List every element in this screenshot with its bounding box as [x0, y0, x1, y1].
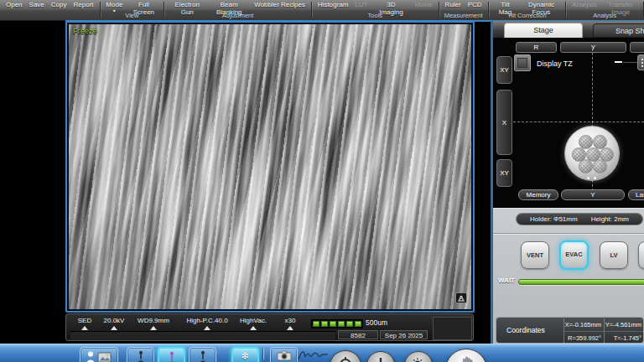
display-tz-checkbox[interactable]	[514, 54, 531, 71]
toolbar-group-label-adjustment: Adjustment	[164, 12, 311, 19]
stage-tool-button-3[interactable]	[189, 347, 216, 362]
stage-side-button-x[interactable]: X	[496, 90, 512, 155]
taskbar-separator	[263, 349, 264, 359]
stage-tool-button-1[interactable]	[127, 347, 154, 362]
ribbon-toolbar: Open Save Copy Report Mode ▾ Full Screen…	[0, 0, 644, 21]
stage-marker-dot	[587, 177, 589, 179]
toolbar-group-tools: Histogram LUT 3D Imaging Movie Tools	[312, 0, 439, 20]
coordinates-panel: Coordinates X=-0.165mm Y=-4.561mm R=359.…	[496, 317, 644, 344]
marker-triangle-icon[interactable]	[287, 326, 293, 330]
toolbar-group-label-tilt-correction: Tilt Correction	[488, 12, 565, 19]
toolbar-button-open[interactable]: Open	[6, 2, 23, 9]
stage-control-panel: Stage Snap Shot R Y P XY X XY Display TZ	[491, 21, 644, 362]
operator-photo-button[interactable]	[80, 347, 118, 362]
toolbar-group-tilt-correction: Tilt Mag Dynamic Focus Tilt Correction	[488, 0, 565, 20]
sem-micrograph: Freeze	[69, 24, 471, 309]
y-bottom-button[interactable]: Y	[561, 189, 625, 200]
coordinate-t: T=-1.745°	[604, 331, 644, 344]
marker-triangle-icon[interactable]	[81, 326, 88, 330]
crosshair-move-button[interactable]	[366, 351, 395, 362]
last-memory-button[interactable]: Last M	[628, 189, 644, 200]
status-working-distance: WD9.9mm	[137, 317, 170, 324]
target-icon	[337, 356, 354, 362]
comment-field[interactable]	[70, 331, 335, 341]
scale-segment	[313, 321, 319, 327]
joystick-icon	[197, 350, 209, 362]
stage-tool-button-2[interactable]	[158, 347, 185, 362]
toolbar-button-analysis: Analysis	[572, 2, 597, 9]
marker-triangle-icon[interactable]	[111, 326, 117, 330]
chamber-control-section: Holder: Φ51mm Height: 2mm VENT EVAC LV W…	[493, 208, 644, 362]
sample-circle	[579, 159, 593, 173]
stage-axis-button-r[interactable]: R	[516, 42, 557, 53]
crosshair-horizontal	[513, 122, 644, 122]
marker-triangle-icon[interactable]	[250, 326, 257, 330]
hand-icon	[457, 354, 475, 362]
toolbar-button-copy[interactable]: Copy	[51, 2, 67, 9]
joystick-icon	[135, 350, 147, 362]
stage-side-button-xy-bottom[interactable]: XY	[496, 159, 512, 187]
z-slider-handle[interactable]	[615, 61, 622, 63]
coordinate-r: R=359.992°	[564, 331, 604, 344]
evac-button[interactable]: EVAC	[559, 240, 589, 270]
status-vacuum: HighVac.	[236, 317, 270, 324]
stage-center-button[interactable]	[330, 350, 361, 362]
status-magnification: x30	[280, 317, 300, 324]
toolbar-button-ruler[interactable]: Ruler	[445, 2, 461, 9]
freeze-status-label: Freeze	[73, 27, 97, 35]
stage-tab-bar: Stage Snap Shot	[493, 21, 644, 39]
checkbox-well	[517, 58, 527, 68]
scale-segment	[355, 321, 361, 327]
toolbar-group-analysis: Analysis Transfer Image Analysis	[566, 0, 643, 20]
sample-circle	[593, 159, 607, 173]
vent-button[interactable]: VENT	[521, 241, 549, 269]
brightness-contrast-button[interactable]	[404, 351, 433, 362]
stop-stage-button[interactable]	[445, 349, 487, 362]
coordinate-x: X=-0.165mm	[564, 318, 604, 331]
holder-height-label: Height: 2mm	[591, 215, 629, 223]
marker-triangle-icon[interactable]	[204, 326, 210, 330]
vacuum-button-cut[interactable]	[638, 241, 644, 269]
stage-side-button-xy-top[interactable]: XY	[496, 56, 512, 84]
sem-image-viewport[interactable]: Freeze	[65, 21, 475, 313]
section-divider	[493, 233, 644, 234]
stage-map-view[interactable]: R Y P XY X XY Display TZ Memory Y	[493, 38, 644, 208]
toolbar-button-report[interactable]: Report	[74, 2, 94, 9]
grid-icon[interactable]	[637, 54, 644, 70]
scale-segment	[346, 321, 353, 327]
lv-button[interactable]: LV	[600, 241, 628, 269]
capture-button[interactable]	[270, 347, 298, 362]
stage-axis-button-p[interactable]: P	[630, 42, 644, 53]
sun-icon	[411, 357, 426, 362]
frame-number-field[interactable]: 8582	[338, 330, 378, 339]
tab-snap-shot[interactable]: Snap Shot	[593, 23, 644, 38]
freeze-button[interactable]: ❄	[231, 347, 259, 362]
z-slider-track	[623, 62, 637, 63]
sample-circle	[593, 135, 607, 149]
specimen-holder-graphic[interactable]	[564, 126, 620, 181]
status-extra-cell	[433, 317, 472, 340]
wait-progress-bar	[518, 279, 644, 285]
toolbar-group-label-view: View	[100, 12, 164, 19]
camera-icon	[277, 350, 292, 361]
toolbar-button-movie: Movie	[414, 2, 432, 9]
scale-label: 500um	[366, 318, 387, 327]
stage-marker-dot	[594, 177, 596, 179]
scale-segment	[321, 321, 328, 327]
person-photo-icon	[84, 350, 114, 362]
coordinates-title: Coordinates	[506, 318, 545, 343]
wait-label: WAIT	[498, 277, 515, 284]
sample-circle	[579, 135, 593, 149]
marker-triangle-icon[interactable]	[150, 326, 157, 330]
toolbar-button-histogram[interactable]: Histogram	[318, 2, 348, 9]
toolbar-button-save[interactable]: Save	[29, 2, 44, 9]
toolbar-button-pcd[interactable]: PCD	[468, 2, 482, 9]
toolbar-button-wobbler-recipes[interactable]: Wobbler Recipes	[254, 2, 305, 9]
tab-stage[interactable]: Stage	[504, 23, 583, 38]
date-field[interactable]: Sep 26 2025	[380, 330, 428, 339]
toolbar-group-label-tools: Tools	[312, 12, 439, 19]
status-probe-current: High-P.C.40.0	[184, 317, 231, 324]
stage-axis-button-y[interactable]: Y	[560, 42, 626, 53]
watermark-stamp-icon	[455, 292, 467, 303]
memory-button[interactable]: Memory	[518, 189, 558, 200]
